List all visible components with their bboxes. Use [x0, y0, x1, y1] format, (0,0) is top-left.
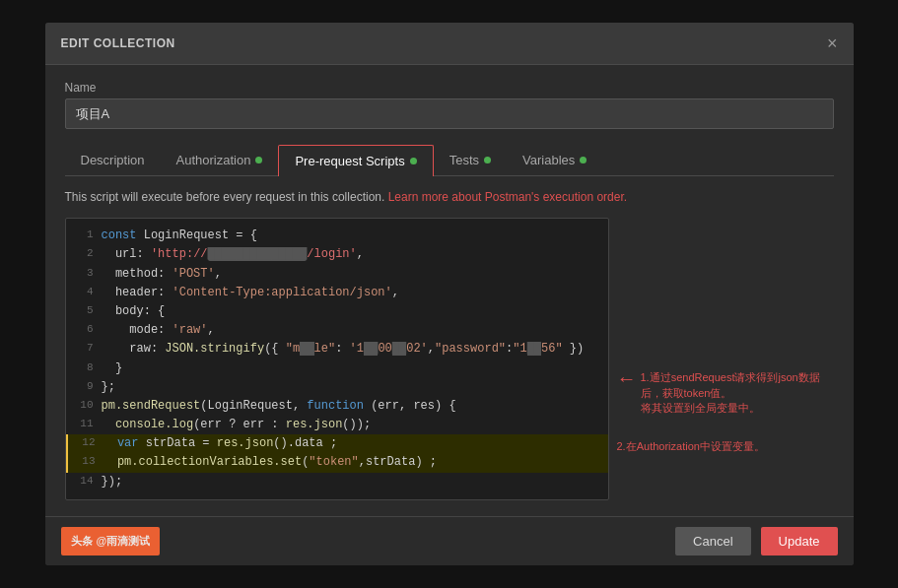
code-line-2: 2 url: 'http://██████████████/login', [66, 245, 608, 264]
authorization-dot [255, 157, 262, 163]
tab-tests[interactable]: Tests [434, 145, 507, 175]
modal-body: Name Description Authorization Pre-reque… [45, 65, 854, 516]
code-line-14: 14 }); [66, 473, 608, 491]
pre-request-dot [410, 158, 417, 164]
code-editor[interactable]: 1 const LoginRequest = { 2 url: 'http://… [65, 218, 609, 500]
annotation-2-text: 2.在Authorization中设置变量。 [617, 439, 834, 454]
variables-dot [580, 157, 587, 163]
code-line-13: 13 pm.collectionVariables.set("token",st… [66, 453, 608, 472]
code-line-11: 11 console.log(err ? err : res.json()); [66, 416, 608, 434]
learn-more-link[interactable]: Learn more about Postman's execution ord… [388, 190, 627, 204]
code-line-6: 6 mode: 'raw', [66, 321, 608, 340]
cancel-button[interactable]: Cancel [675, 527, 750, 555]
pre-request-description: This script will execute before every re… [65, 188, 834, 206]
code-section: 1 const LoginRequest = { 2 url: 'http://… [65, 218, 834, 500]
name-field-group: Name [65, 81, 834, 129]
modal-overlay: EDIT COLLECTION × Name Description Autho… [0, 0, 898, 588]
code-line-8: 8 } [66, 359, 608, 378]
name-label: Name [65, 81, 834, 95]
annotation-1: ← 1.通过sendRequest请求得到json数据后，获取token值。 将… [617, 370, 834, 416]
modal-title: EDIT COLLECTION [61, 36, 175, 50]
code-line-1: 1 const LoginRequest = { [66, 227, 608, 245]
watermark-brand: @雨滴测试 [97, 534, 151, 549]
modal-header: EDIT COLLECTION × [45, 23, 854, 65]
annotations-panel: ← 1.通过sendRequest请求得到json数据后，获取token值。 将… [617, 218, 834, 500]
annotation-1-line-2: 将其设置到全局变量中。 [641, 401, 834, 416]
annotation-1-line-1: 1.通过sendRequest请求得到json数据后，获取token值。 [641, 370, 834, 401]
code-line-12: 12 var strData = res.json().data ; [66, 434, 608, 453]
modal-footer: 头条 @雨滴测试 Cancel Update [45, 516, 854, 565]
watermark-site: 头条 [71, 534, 93, 549]
code-line-7: 7 raw: JSON.stringify({ "m██le": '1██00█… [66, 340, 608, 359]
tab-description-label: Description [81, 153, 145, 167]
tab-tests-label: Tests [449, 153, 479, 167]
tab-description[interactable]: Description [65, 145, 161, 175]
code-line-9: 9 }; [66, 378, 608, 397]
tests-dot [484, 157, 491, 163]
annotation-arrow-1: ← [617, 368, 637, 388]
tab-variables-label: Variables [522, 153, 575, 167]
tab-authorization[interactable]: Authorization [161, 145, 279, 175]
edit-collection-modal: EDIT COLLECTION × Name Description Autho… [45, 23, 854, 565]
tab-variables[interactable]: Variables [507, 145, 602, 175]
name-input[interactable] [65, 98, 834, 129]
code-line-10: 10 pm.sendRequest(LoginRequest, function… [66, 397, 608, 416]
tab-pre-request-label: Pre-request Scripts [295, 154, 404, 168]
code-line-5: 5 body: { [66, 302, 608, 321]
annotation-1-text: 1.通过sendRequest请求得到json数据后，获取token值。 将其设… [641, 370, 834, 416]
code-line-4: 4 header: 'Content-Type:application/json… [66, 284, 608, 302]
code-line-3: 3 method: 'POST', [66, 265, 608, 284]
tabs-row: Description Authorization Pre-request Sc… [65, 145, 834, 176]
annotation-2: 2.在Authorization中设置变量。 [617, 439, 834, 454]
tab-pre-request[interactable]: Pre-request Scripts [278, 145, 433, 176]
watermark: 头条 @雨滴测试 [61, 527, 161, 555]
close-button[interactable]: × [827, 34, 838, 52]
update-button[interactable]: Update [761, 527, 838, 555]
tab-authorization-label: Authorization [176, 153, 251, 167]
